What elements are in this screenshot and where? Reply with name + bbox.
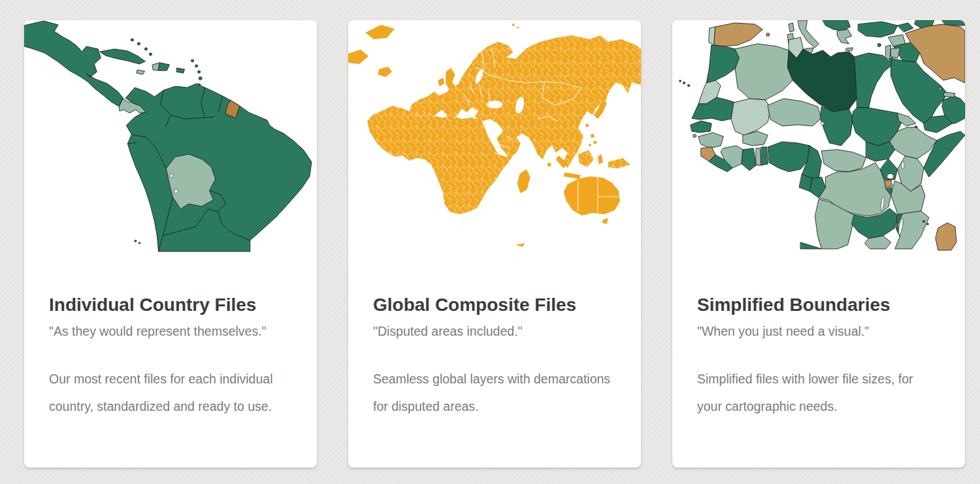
card-description: Our most recent files for each individua… [49,365,292,420]
card-description: Simplified files with lower file sizes, … [697,365,940,420]
card-quote: "Disputed areas included." [373,324,616,339]
card-simplified-boundaries[interactable]: Simplified Boundaries "When you just nee… [672,20,965,468]
americas-choropleth-map [24,20,317,254]
card-body: Simplified Boundaries "When you just nee… [672,254,965,420]
card-title: Individual Country Files [49,295,292,315]
card-body: Individual Country Files "As they would … [24,254,317,420]
africa-map-image [672,20,965,254]
card-title: Simplified Boundaries [697,295,940,315]
card-global-composite-files[interactable]: Global Composite Files "Disputed areas i… [348,20,641,468]
card-quote: "As they would represent themselves." [49,324,292,339]
card-quote: "When you just need a visual." [697,324,940,339]
south-america-map-image [24,20,317,254]
card-title: Global Composite Files [373,295,616,315]
cards-row: Individual Country Files "As they would … [0,0,980,468]
card-description: Seamless global layers with demarcations… [373,365,616,420]
world-map-image [348,20,641,254]
africa-choropleth-map [672,20,965,254]
card-individual-country-files[interactable]: Individual Country Files "As they would … [24,20,317,468]
world-composite-map [348,20,641,254]
card-body: Global Composite Files "Disputed areas i… [348,254,641,420]
